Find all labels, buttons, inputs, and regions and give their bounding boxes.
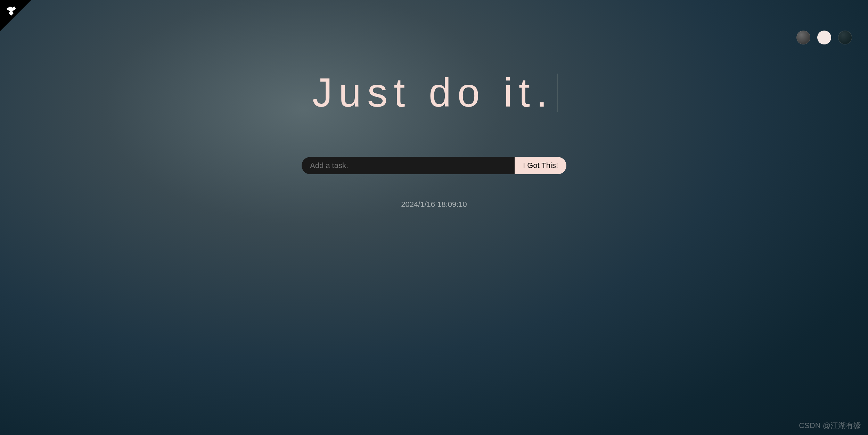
theme-option-dark[interactable] bbox=[838, 31, 852, 44]
task-form: I Got This! bbox=[302, 157, 566, 174]
task-input[interactable] bbox=[302, 157, 515, 174]
timestamp: 2024/1/16 18:09:10 bbox=[401, 200, 467, 209]
watermark: CSDN @江湖有缘 bbox=[799, 420, 861, 431]
theme-option-light[interactable] bbox=[817, 31, 831, 44]
main-content: Just do it. I Got This! 2024/1/16 18:09:… bbox=[0, 0, 868, 209]
page-title: Just do it. bbox=[312, 69, 556, 116]
theme-option-gray[interactable] bbox=[796, 31, 810, 44]
logo-icon[interactable] bbox=[4, 4, 18, 18]
theme-switcher bbox=[796, 31, 852, 44]
submit-task-button[interactable]: I Got This! bbox=[515, 157, 566, 174]
